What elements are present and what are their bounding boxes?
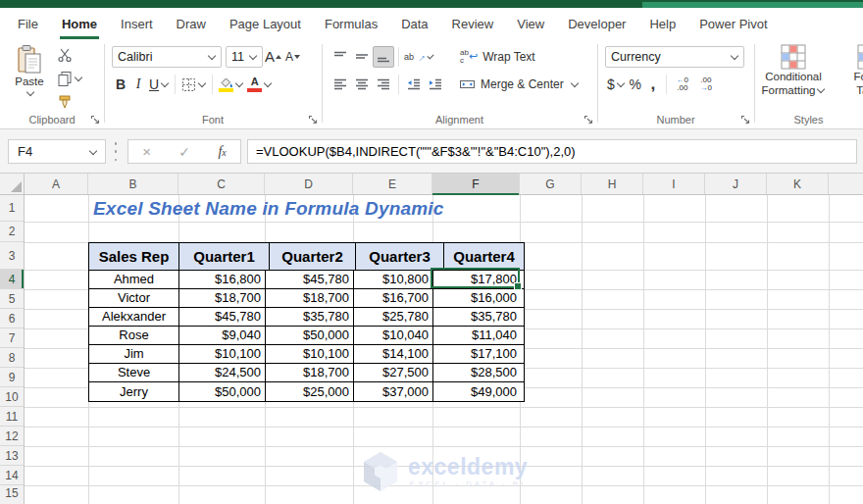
column-header[interactable]: I — [643, 174, 705, 194]
row-header[interactable]: 2 — [0, 222, 24, 242]
sales-table-header-cell[interactable]: Quarter3 — [356, 243, 444, 270]
quarter2-cell[interactable]: $35,780 — [266, 308, 354, 326]
ribbon-tab[interactable]: Data — [389, 8, 439, 39]
row-header[interactable]: 6 — [0, 309, 24, 328]
ribbon-tab[interactable]: Help — [637, 8, 687, 39]
font-size-combo[interactable]: 11 — [226, 46, 263, 68]
alignment-dialog-launcher[interactable] — [583, 114, 593, 125]
orientation-button[interactable]: ab → — [403, 46, 434, 68]
row-header[interactable]: 12 — [0, 427, 24, 446]
quarter2-cell[interactable]: $18,700 — [266, 289, 354, 307]
format-painter-button[interactable] — [57, 93, 82, 111]
column-header[interactable]: C — [178, 174, 265, 194]
percent-style-button[interactable]: % — [627, 74, 644, 95]
row-header[interactable]: 7 — [0, 328, 24, 348]
quarter3-cell[interactable]: $37,000 — [354, 382, 433, 401]
ribbon-tab[interactable]: Review — [440, 8, 506, 39]
quarter1-cell[interactable]: $18,700 — [179, 289, 266, 307]
ribbon-tab[interactable]: File — [6, 8, 50, 39]
row-header[interactable]: 11 — [0, 407, 24, 427]
italic-button[interactable]: I — [129, 74, 147, 95]
active-cell-selection[interactable] — [431, 268, 520, 288]
decrease-indent-button[interactable] — [403, 74, 425, 95]
increase-indent-button[interactable] — [425, 74, 446, 95]
quarter2-cell[interactable]: $45,780 — [266, 271, 354, 288]
quarter2-cell[interactable]: $10,100 — [266, 345, 354, 363]
quarter4-cell[interactable]: $35,780 — [433, 308, 521, 326]
align-center-button[interactable] — [351, 74, 373, 95]
quarter4-cell[interactable]: $11,040 — [433, 327, 521, 344]
sales-rep-cell[interactable]: Steve — [89, 364, 179, 381]
select-all-corner[interactable] — [0, 174, 25, 194]
align-left-button[interactable] — [330, 74, 351, 95]
row-header[interactable]: 14 — [0, 466, 24, 485]
row-header[interactable]: 15 — [0, 485, 24, 501]
quarter2-cell[interactable]: $50,000 — [266, 327, 354, 344]
quarter3-cell[interactable]: $16,700 — [354, 289, 433, 307]
sales-rep-cell[interactable]: Jerry — [89, 382, 179, 401]
row-header[interactable]: 13 — [0, 446, 24, 466]
comma-style-button[interactable]: , — [644, 74, 662, 95]
decrease-decimal-button[interactable]: .00→0 — [697, 74, 715, 95]
cancel-entry-button[interactable]: × — [142, 143, 151, 160]
quarter3-cell[interactable]: $10,040 — [354, 327, 433, 344]
column-header[interactable]: A — [25, 174, 88, 194]
quarter3-cell[interactable]: $25,780 — [354, 308, 433, 326]
quarter2-cell[interactable]: $18,700 — [266, 364, 354, 381]
quarter4-cell[interactable]: $17,100 — [433, 345, 521, 363]
insert-function-button[interactable]: fx — [218, 144, 226, 160]
font-dialog-launcher[interactable] — [307, 114, 318, 125]
name-box[interactable]: F4 — [8, 139, 106, 164]
quarter4-cell[interactable]: $49,000 — [433, 382, 521, 401]
quarter3-cell[interactable]: $14,100 — [354, 345, 433, 363]
ribbon-tab[interactable]: Page Layout — [218, 8, 313, 39]
borders-button[interactable] — [179, 74, 208, 95]
quarter3-cell[interactable]: $10,800 — [354, 271, 433, 288]
row-header[interactable]: 9 — [0, 368, 24, 387]
quarter3-cell[interactable]: $27,500 — [354, 364, 433, 381]
ribbon-tab[interactable]: Formulas — [313, 8, 389, 39]
accounting-format-button[interactable]: $ — [605, 74, 627, 95]
paste-button[interactable]: Paste — [7, 44, 52, 119]
ribbon-tab[interactable]: Insert — [109, 8, 165, 39]
middle-align-button[interactable] — [351, 46, 373, 68]
format-as-table-button[interactable]: Forma Table — [833, 44, 863, 97]
align-right-button[interactable] — [373, 74, 394, 95]
font-name-combo[interactable]: Calibri — [112, 46, 222, 68]
column-header[interactable]: H — [582, 174, 643, 194]
quarter4-cell[interactable]: $28,500 — [433, 364, 521, 381]
quarter4-cell[interactable]: $16,000 — [433, 289, 521, 307]
ribbon-tab[interactable]: Developer — [556, 8, 637, 39]
formula-bar-grip[interactable] — [114, 142, 118, 161]
column-header[interactable]: D — [265, 174, 353, 194]
formula-input[interactable]: =VLOOKUP($B4,INDIRECT("'"&F$3&"'!"&"B4:C… — [247, 139, 857, 164]
sales-table-header-cell[interactable]: Quarter1 — [179, 243, 270, 270]
quarter1-cell[interactable]: $50,000 — [179, 382, 266, 401]
fill-color-button[interactable] — [217, 74, 245, 95]
top-align-button[interactable] — [330, 46, 351, 68]
row-header[interactable]: 5 — [0, 289, 24, 309]
underline-button[interactable]: U — [147, 74, 171, 95]
column-header[interactable]: G — [520, 174, 582, 194]
quarter2-cell[interactable]: $25,000 — [266, 382, 354, 401]
sales-table-header-cell[interactable]: Sales Rep — [89, 243, 179, 270]
merge-center-button[interactable]: Merge & Center — [459, 76, 579, 92]
column-header[interactable]: K — [767, 174, 829, 194]
row-header[interactable]: 1 — [0, 195, 24, 222]
sales-table-header-cell[interactable]: Quarter4 — [444, 243, 524, 270]
sales-rep-cell[interactable]: Jim — [89, 345, 179, 363]
decrease-font-size-button[interactable]: A — [283, 46, 302, 68]
row-header[interactable]: 4 — [0, 270, 24, 289]
clipboard-dialog-launcher[interactable] — [89, 114, 100, 125]
sales-rep-cell[interactable]: Victor — [89, 289, 179, 307]
row-header[interactable]: 3 — [0, 242, 24, 270]
quarter1-cell[interactable]: $16,800 — [179, 271, 266, 288]
quarter1-cell[interactable]: $24,500 — [179, 364, 266, 381]
row-header[interactable]: 8 — [0, 348, 24, 368]
ribbon-tab[interactable]: Power Pivot — [687, 8, 779, 39]
sales-rep-cell[interactable]: Rose — [89, 327, 179, 344]
sheet-grid[interactable]: Excel Sheet Name in Formula Dynamic Sale… — [25, 195, 863, 504]
wrap-text-button[interactable]: abc↩ Wrap Text — [460, 49, 535, 65]
font-color-button[interactable]: A — [245, 74, 274, 95]
cut-button[interactable] — [57, 46, 82, 64]
